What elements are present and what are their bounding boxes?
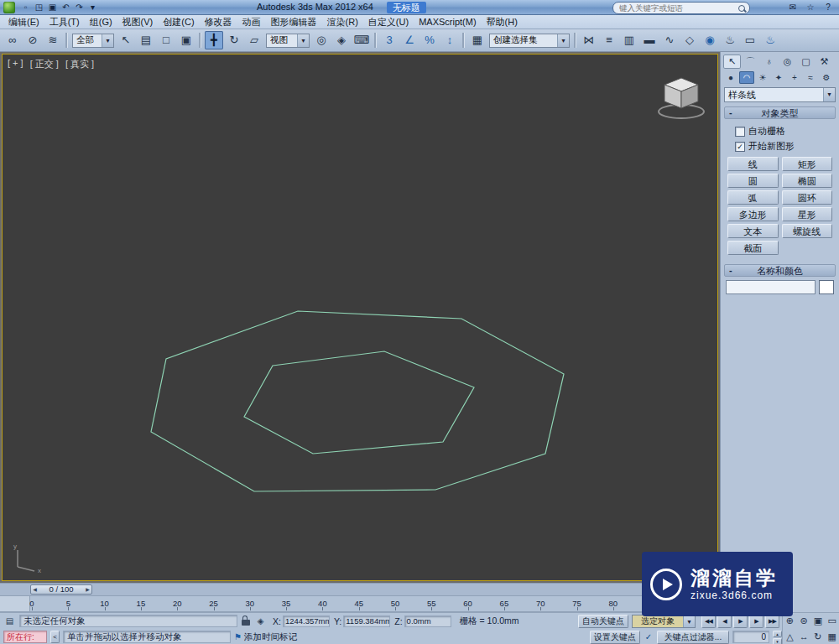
add-time-tag[interactable]: ⚑ 添加时间标记 bbox=[234, 631, 297, 643]
render-setup-icon[interactable]: ♨ bbox=[721, 31, 739, 49]
snap-toggle-3d-icon[interactable]: 3 bbox=[380, 31, 399, 49]
donut-button[interactable]: 圆环 bbox=[782, 190, 833, 205]
menu-item-7[interactable]: 图形编辑器 bbox=[266, 15, 322, 29]
menu-item-1[interactable]: 工具(T) bbox=[44, 15, 85, 29]
rendered-frame-icon[interactable]: ▭ bbox=[741, 31, 759, 49]
new-scene-icon[interactable]: ▫ bbox=[19, 2, 32, 13]
select-and-manipulate-icon[interactable]: ◈ bbox=[332, 31, 351, 49]
menu-item-0[interactable]: 编辑(E) bbox=[3, 15, 44, 29]
subtab-lights[interactable]: ☀ bbox=[755, 71, 770, 84]
chevron-down-icon[interactable]: ▾ bbox=[683, 615, 695, 627]
named-selection-sets-dropdown[interactable]: 创建选择集▾ bbox=[489, 34, 570, 48]
select-and-rotate-icon[interactable]: ↻ bbox=[225, 31, 243, 49]
previous-frame-arrow-icon[interactable]: ◀ bbox=[31, 585, 39, 594]
angle-snap-icon[interactable]: ∠ bbox=[400, 31, 419, 49]
time-slider-handle[interactable]: ◀ 0 / 100 ▶ bbox=[30, 584, 92, 595]
star-button[interactable]: 星形 bbox=[782, 207, 833, 221]
outer-spline[interactable] bbox=[151, 311, 564, 491]
save-file-icon[interactable]: ▣ bbox=[46, 2, 59, 13]
selection-lock-icon[interactable] bbox=[241, 615, 251, 627]
select-by-name-icon[interactable]: ▤ bbox=[137, 31, 155, 49]
tab-motion[interactable]: ◎ bbox=[779, 55, 796, 69]
reference-coordinate-dropdown[interactable]: 视图▾ bbox=[266, 34, 310, 48]
current-frame-input[interactable] bbox=[732, 631, 769, 643]
menu-item-6[interactable]: 动画 bbox=[237, 15, 266, 29]
align-icon[interactable]: ≡ bbox=[600, 31, 618, 49]
coord-value-field[interactable]: 0.0mm bbox=[404, 615, 451, 627]
spinner-up-icon[interactable]: ▴ bbox=[773, 631, 782, 637]
select-and-link-icon[interactable]: ∞ bbox=[3, 31, 22, 49]
graphite-ribbon-icon[interactable]: ▬ bbox=[640, 31, 659, 49]
menu-item-4[interactable]: 创建(C) bbox=[158, 15, 199, 29]
spline-type-dropdown[interactable]: 样条线 ▾ bbox=[724, 87, 836, 102]
rectangle-button[interactable]: 矩形 bbox=[782, 157, 833, 171]
select-object-icon[interactable]: ↖ bbox=[117, 31, 135, 49]
maximize-viewport-toggle-icon[interactable]: ▦ bbox=[825, 629, 839, 644]
maxscript-mini-listener[interactable]: 所在行: bbox=[3, 631, 47, 643]
use-pivot-point-icon[interactable]: ◎ bbox=[312, 31, 331, 49]
chevron-down-icon[interactable]: ▾ bbox=[297, 34, 309, 47]
curve-editor-icon[interactable]: ∿ bbox=[660, 31, 679, 49]
absolute-offset-toggle-icon[interactable]: ◈ bbox=[254, 615, 267, 627]
selection-filter-dropdown[interactable]: 全部▾ bbox=[72, 34, 114, 48]
tab-utilities[interactable]: ⚒ bbox=[816, 55, 833, 69]
subtab-systems[interactable]: ⚙ bbox=[819, 71, 834, 84]
mirror-icon[interactable]: ⋈ bbox=[580, 31, 598, 49]
chevron-down-icon[interactable]: ▾ bbox=[823, 88, 835, 101]
select-and-move-icon[interactable]: ╋ bbox=[205, 31, 223, 49]
zoom-extents-icon[interactable]: ▣ bbox=[811, 613, 826, 629]
object-name-input[interactable] bbox=[726, 280, 816, 294]
chevron-down-icon[interactable]: ▾ bbox=[557, 34, 569, 47]
tab-modify[interactable]: ⌒ bbox=[742, 55, 759, 69]
menu-item-5[interactable]: 修改器 bbox=[200, 15, 237, 29]
menu-item-9[interactable]: 自定义(U) bbox=[363, 15, 414, 29]
viewport-shading-label[interactable]: [ 真实 ] bbox=[65, 58, 94, 70]
helix-button[interactable]: 螺旋线 bbox=[782, 224, 833, 238]
section-button[interactable]: 截面 bbox=[727, 241, 779, 255]
coord-value-field[interactable]: 1159.384mm bbox=[343, 615, 390, 627]
rectangular-selection-icon[interactable]: □ bbox=[157, 31, 175, 49]
tab-hierarchy[interactable]: ♁ bbox=[760, 55, 778, 69]
layer-manager-icon[interactable]: ▥ bbox=[620, 31, 638, 49]
communication-center-icon[interactable]: ✉ bbox=[787, 2, 799, 13]
render-production-icon[interactable]: ♨ bbox=[761, 31, 779, 49]
bind-to-space-warp-icon[interactable]: ≋ bbox=[44, 31, 62, 49]
ellipse-button[interactable]: 椭圆 bbox=[782, 174, 833, 188]
menu-item-11[interactable]: 帮助(H) bbox=[482, 15, 523, 29]
edit-named-selection-sets-icon[interactable]: ▦ bbox=[468, 31, 487, 49]
spinner-snap-icon[interactable]: ↕ bbox=[440, 31, 459, 49]
search-input[interactable] bbox=[618, 3, 736, 13]
text-button[interactable]: 文本 bbox=[727, 224, 779, 238]
object-color-swatch[interactable] bbox=[819, 280, 834, 294]
auto-key-button[interactable]: 自动关键点 bbox=[578, 615, 628, 628]
pan-icon[interactable]: ↔ bbox=[797, 629, 811, 644]
circle-button[interactable]: 圆 bbox=[727, 174, 779, 188]
subtab-spacewarps[interactable]: ≈ bbox=[803, 71, 818, 84]
window-crossing-icon[interactable]: ▣ bbox=[177, 31, 195, 49]
name-color-rollout-header[interactable]: - 名称和颜色 bbox=[724, 264, 836, 277]
keyboard-shortcut-override-icon[interactable]: ⌨ bbox=[352, 31, 371, 49]
zoom-all-icon[interactable]: ⊜ bbox=[797, 613, 811, 629]
material-editor-icon[interactable]: ◉ bbox=[701, 31, 719, 49]
percent-snap-icon[interactable]: % bbox=[420, 31, 439, 49]
app-logo-icon[interactable] bbox=[3, 2, 15, 13]
open-file-icon[interactable]: ◳ bbox=[33, 2, 45, 13]
line-button[interactable]: 线 bbox=[727, 157, 779, 171]
subtab-geometry[interactable]: ● bbox=[723, 71, 738, 84]
menu-item-2[interactable]: 组(G) bbox=[85, 15, 117, 29]
arc-button[interactable]: 弧 bbox=[727, 190, 779, 205]
listener-expand-button[interactable]: < bbox=[50, 631, 60, 643]
spinner-down-icon[interactable]: ▾ bbox=[773, 638, 782, 644]
favorites-star-icon[interactable]: ☆ bbox=[805, 2, 816, 13]
key-filters-button[interactable]: 关键点过滤器... bbox=[657, 631, 729, 644]
search-icon[interactable] bbox=[738, 5, 745, 12]
autogrid-checkbox[interactable] bbox=[735, 127, 745, 137]
undo-icon[interactable]: ↶ bbox=[60, 2, 72, 13]
tab-display[interactable]: ▢ bbox=[797, 55, 815, 69]
zoom-region-icon[interactable]: ▭ bbox=[825, 613, 839, 629]
menu-item-10[interactable]: MAXScript(M) bbox=[414, 15, 481, 29]
coord-value-field[interactable]: 1244.357mm bbox=[283, 615, 330, 627]
viewport[interactable]: [ + ][ 正交 ][ 真实 ] y x bbox=[0, 52, 720, 583]
chevron-down-icon[interactable]: ▾ bbox=[102, 34, 113, 47]
select-and-scale-icon[interactable]: ▱ bbox=[245, 31, 263, 49]
